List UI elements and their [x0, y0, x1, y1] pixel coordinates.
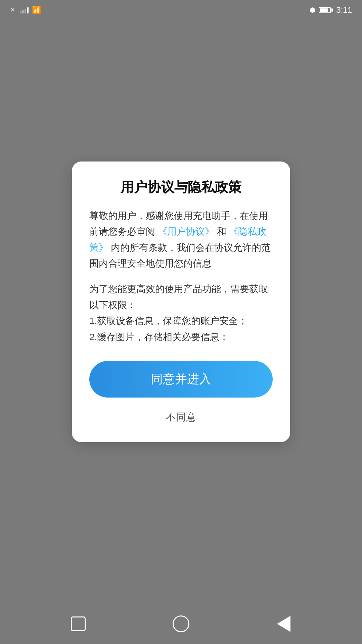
agree-button[interactable]: 同意并进入 [89, 361, 273, 398]
dialog-body-section1: 尊敬的用户，感谢您使用充电助手，在使用前请您务必审阅 《用户协议》 和 《隐私政… [89, 208, 273, 272]
user-agreement-link[interactable]: 《用户协议》 [158, 226, 214, 237]
body-text-part2: 和 [217, 226, 226, 237]
disagree-button[interactable]: 不同意 [89, 406, 273, 429]
dialog-title: 用户协议与隐私政策 [89, 178, 273, 196]
recent-apps-icon [71, 616, 86, 631]
permission-1: 1.获取设备信息，保障您的账户安全； [89, 313, 273, 329]
dialog-body-section2: 为了您能更高效的使用产品功能，需要获取以下权限： 1.获取设备信息，保障您的账户… [89, 281, 273, 345]
permissions-intro: 为了您能更高效的使用产品功能，需要获取以下权限： [89, 281, 273, 313]
privacy-dialog: 用户协议与隐私政策 尊敬的用户，感谢您使用充电助手，在使用前请您务必审阅 《用户… [72, 162, 290, 443]
recent-apps-button[interactable] [68, 614, 88, 634]
home-button[interactable] [171, 614, 191, 634]
nav-bar [0, 604, 362, 644]
back-button[interactable] [274, 614, 294, 634]
permission-2: 2.缓存图片，存储相关必要信息； [89, 329, 273, 345]
home-icon [173, 615, 189, 632]
body-text-part3: 内的所有条款，我们会在协议允许的范围内合理安全地使用您的信息 [89, 242, 271, 269]
dialog-overlay: 用户协议与隐私政策 尊敬的用户，感谢您使用充电助手，在使用前请您务必审阅 《用户… [0, 0, 362, 604]
back-icon [277, 616, 290, 632]
